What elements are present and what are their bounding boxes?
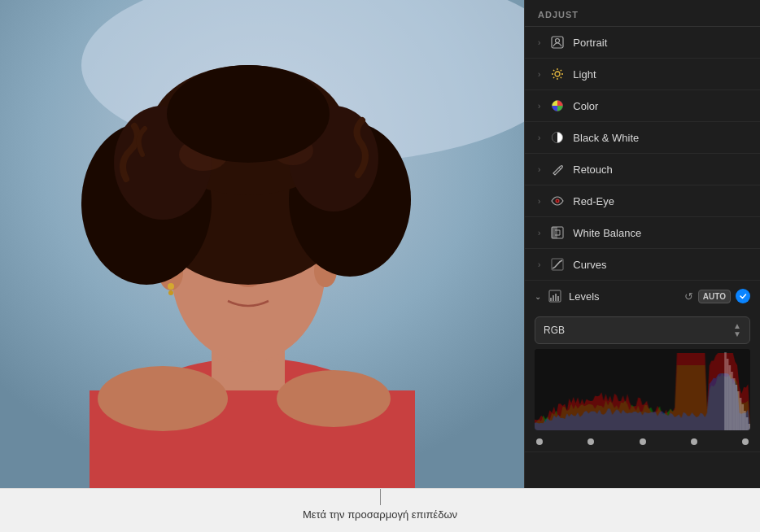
svg-point-39: [557, 200, 558, 202]
rgb-label: RGB: [544, 325, 565, 336]
chevron-icon: ›: [538, 197, 540, 206]
retouch-label: Retouch: [573, 164, 747, 176]
bw-icon: [550, 130, 565, 145]
chevron-icon: ›: [538, 133, 540, 142]
caption-text: Μετά την προσαρμογή επιπέδων: [303, 508, 457, 521]
adjust-item-retouch[interactable]: › Retouch: [525, 154, 760, 185]
portrait-label: Portrait: [573, 37, 747, 49]
curves-icon: [550, 257, 565, 272]
svg-rect-47: [557, 296, 559, 301]
color-label: Color: [573, 100, 747, 112]
slider-handle-mid[interactable]: [640, 438, 646, 445]
slider-handle-shadow[interactable]: [587, 438, 594, 445]
adjust-item-light[interactable]: › Light: [525, 59, 760, 90]
slider-handle-highlight[interactable]: [691, 438, 697, 445]
adjust-item-bw[interactable]: › Black & White: [525, 122, 760, 154]
caption-area: Μετά την προσαρμογή επιπέδων: [0, 488, 760, 532]
redeye-icon: [550, 194, 565, 208]
levels-icon: [548, 289, 562, 303]
svg-line-34: [561, 70, 561, 71]
caption-line: [380, 489, 381, 505]
svg-point-26: [556, 39, 560, 43]
levels-section: ⌄ Levels ↺ AUTO: [525, 281, 760, 452]
histogram-canvas: [535, 349, 750, 430]
histogram-sliders: [535, 438, 750, 445]
wb-label: White Balance: [573, 227, 747, 239]
adjust-item-portrait[interactable]: › Portrait: [525, 27, 760, 59]
svg-rect-44: [550, 298, 552, 301]
bw-label: Black & White: [573, 132, 747, 144]
svg-point-27: [555, 72, 560, 76]
levels-label: Levels: [569, 290, 678, 303]
light-icon: [550, 67, 565, 81]
wb-icon: [550, 225, 565, 240]
levels-chevron-icon: ⌄: [535, 292, 541, 301]
adjust-item-wb[interactable]: › White Balance: [525, 217, 760, 249]
rgb-arrows-icon: ▲ ▼: [733, 322, 741, 338]
redeye-label: Red-Eye: [573, 195, 747, 207]
slider-handle-black[interactable]: [536, 438, 543, 445]
adjust-item-curves[interactable]: › Curves: [525, 249, 760, 281]
chevron-icon: ›: [538, 260, 540, 269]
levels-check-button[interactable]: [736, 289, 750, 303]
retouch-icon: [550, 162, 565, 177]
svg-rect-46: [555, 294, 557, 301]
svg-line-35: [553, 77, 554, 78]
histogram-container: [535, 349, 750, 430]
chevron-icon: ›: [538, 38, 540, 47]
adjust-header: ADJUST: [525, 0, 760, 27]
color-icon: [550, 98, 565, 113]
svg-point-23: [98, 366, 228, 431]
rgb-selector[interactable]: RGB ▲ ▼: [535, 316, 750, 344]
photo-panel: [0, 0, 524, 488]
photo-display: [0, 0, 524, 488]
chevron-icon: ›: [538, 70, 540, 79]
svg-point-13: [168, 290, 173, 295]
chevron-icon: ›: [538, 229, 540, 238]
svg-point-24: [277, 370, 391, 427]
svg-rect-45: [553, 295, 554, 301]
svg-line-32: [553, 70, 554, 71]
svg-rect-41: [552, 227, 557, 238]
slider-handle-white[interactable]: [742, 438, 749, 445]
adjust-item-color[interactable]: › Color: [525, 90, 760, 122]
levels-controls: ↺ AUTO: [684, 289, 750, 303]
levels-auto-button[interactable]: AUTO: [698, 290, 731, 303]
adjust-panel: ADJUST › Portrait ›: [524, 0, 760, 488]
light-label: Light: [573, 68, 747, 81]
levels-reset-button[interactable]: ↺: [684, 290, 693, 303]
curves-label: Curves: [573, 259, 747, 271]
svg-point-12: [168, 283, 174, 290]
chevron-icon: ›: [538, 102, 540, 111]
levels-header[interactable]: ⌄ Levels ↺ AUTO: [525, 281, 760, 312]
svg-line-33: [561, 77, 561, 78]
chevron-icon: ›: [538, 165, 540, 174]
portrait-icon: [550, 35, 565, 50]
adjust-item-redeye[interactable]: › Red-Eye: [525, 185, 760, 217]
svg-point-22: [167, 65, 330, 163]
